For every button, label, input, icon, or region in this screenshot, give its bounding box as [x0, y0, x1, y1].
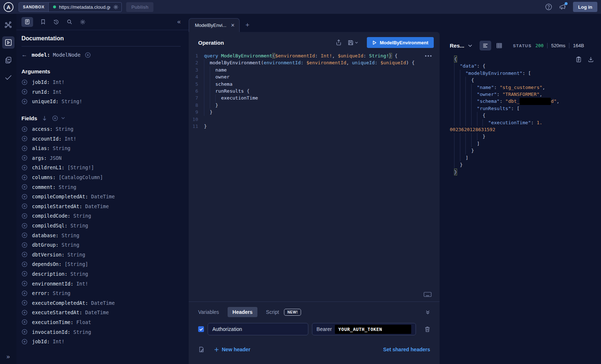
docs-tab-icon[interactable]: [21, 17, 33, 27]
set-shared-headers-button[interactable]: Set shared headers: [383, 347, 430, 352]
collapse-doc-panel-icon[interactable]: «: [177, 18, 181, 25]
close-tab-icon[interactable]: ✕: [231, 23, 235, 28]
table-view-icon[interactable]: [493, 41, 505, 50]
add-field-icon[interactable]: [21, 242, 28, 248]
field-type[interactable]: JSON: [50, 155, 62, 161]
announcements-megaphone-icon[interactable]: [559, 3, 566, 11]
field-name[interactable]: args:: [32, 155, 47, 161]
help-icon[interactable]: [545, 3, 552, 11]
field-name[interactable]: dbtGroup:: [32, 242, 59, 248]
add-field-icon[interactable]: [21, 89, 28, 95]
field-name[interactable]: alias:: [32, 145, 50, 151]
field-name[interactable]: jobId:: [32, 79, 50, 85]
add-field-icon[interactable]: [21, 194, 28, 200]
field-type[interactable]: String: [61, 232, 79, 238]
collapse-drawer-icon[interactable]: [425, 310, 430, 315]
field-type[interactable]: Int!: [53, 79, 65, 85]
field-name[interactable]: invocationId:: [32, 329, 71, 335]
field-type[interactable]: DateTime: [91, 300, 115, 306]
field-name[interactable]: accountId:: [32, 136, 61, 142]
add-field-icon[interactable]: [21, 310, 28, 316]
field-type[interactable]: DateTime: [85, 310, 109, 315]
field-type[interactable]: Float: [76, 319, 91, 325]
add-field-icon[interactable]: [21, 223, 28, 229]
endpoint-url-text[interactable]: https://metadata.cloud.getd: [59, 4, 110, 10]
field-name[interactable]: runId:: [32, 89, 50, 95]
add-field-icon[interactable]: [21, 300, 28, 306]
breadcrumb-type-link[interactable]: ModelNode: [53, 52, 81, 58]
field-type[interactable]: Int!: [64, 136, 76, 142]
header-name-input[interactable]: Authorization: [208, 323, 308, 335]
run-operation-button[interactable]: ModelByEnvironment: [367, 37, 434, 48]
field-type[interactable]: String: [68, 252, 85, 258]
add-all-fields-icon[interactable]: [85, 52, 91, 58]
field-name[interactable]: error:: [32, 290, 50, 296]
raw-view-icon[interactable]: [480, 41, 491, 50]
field-name[interactable]: compileCompletedAt:: [32, 194, 88, 199]
field-name[interactable]: dbtVersion:: [32, 252, 64, 258]
field-name[interactable]: compiledCode:: [32, 213, 71, 219]
edit-document-icon[interactable]: [198, 346, 205, 353]
bookmarks-tab-icon[interactable]: [40, 19, 46, 25]
fields-options-chevron-icon[interactable]: [61, 117, 65, 120]
add-field-icon[interactable]: [21, 174, 28, 181]
field-type[interactable]: DateTime: [91, 194, 115, 199]
add-field-icon[interactable]: [21, 290, 28, 296]
response-dropdown-chevron-icon[interactable]: [468, 44, 472, 47]
sort-fields-icon[interactable]: [42, 116, 47, 121]
operation-tab[interactable]: ModelByEnvi... ✕: [189, 18, 240, 32]
expand-rail-icon[interactable]: »: [7, 353, 10, 360]
field-name[interactable]: environmentId:: [32, 281, 73, 287]
field-type[interactable]: Int: [53, 89, 61, 95]
field-name[interactable]: access:: [32, 126, 53, 132]
field-type[interactable]: String: [61, 242, 79, 248]
field-type[interactable]: Int!: [53, 339, 65, 344]
field-name[interactable]: jobId:: [32, 339, 50, 344]
field-type[interactable]: Int!: [76, 281, 88, 287]
add-field-icon[interactable]: [21, 232, 28, 238]
editor-overflow-menu-icon[interactable]: [425, 55, 432, 57]
field-name[interactable]: executeStartedAt:: [32, 310, 82, 315]
field-type[interactable]: [String]: [64, 261, 88, 267]
field-name[interactable]: description:: [32, 271, 68, 277]
field-type[interactable]: String: [73, 329, 91, 335]
save-operation-icon[interactable]: [348, 40, 358, 46]
login-button[interactable]: Log in: [573, 2, 597, 12]
add-field-icon[interactable]: [21, 165, 28, 171]
field-type[interactable]: [String!]: [68, 165, 94, 170]
delete-header-icon[interactable]: [425, 326, 430, 332]
add-field-icon[interactable]: [21, 280, 28, 287]
add-field-icon[interactable]: [21, 136, 28, 142]
add-field-icon[interactable]: [21, 203, 28, 209]
endpoint-url-field[interactable]: https://metadata.cloud.getd: [49, 4, 121, 10]
field-name[interactable]: childrenL1:: [32, 165, 64, 170]
copy-response-icon[interactable]: [576, 56, 581, 64]
add-field-icon[interactable]: [21, 145, 28, 151]
nav-checks-icon[interactable]: [2, 71, 15, 84]
share-operation-icon[interactable]: [336, 39, 342, 46]
add-field-icon[interactable]: [21, 79, 28, 85]
field-type[interactable]: String: [53, 290, 71, 296]
field-type[interactable]: DateTime: [85, 203, 109, 209]
new-tab-icon[interactable]: +: [245, 21, 249, 29]
field-type[interactable]: String: [56, 126, 73, 132]
add-field-icon[interactable]: [21, 251, 28, 258]
keyboard-shortcuts-icon[interactable]: [424, 292, 432, 297]
add-field-icon[interactable]: [21, 261, 28, 267]
add-field-icon[interactable]: [21, 271, 28, 277]
add-fields-icon[interactable]: [52, 115, 58, 121]
add-field-icon[interactable]: [21, 329, 28, 335]
add-field-icon[interactable]: [21, 184, 28, 190]
field-name[interactable]: uniqueId:: [32, 98, 59, 104]
tab-variables[interactable]: Variables: [198, 309, 219, 315]
header-enabled-checkbox[interactable]: [198, 326, 204, 332]
field-type[interactable]: String: [71, 271, 88, 277]
add-field-icon[interactable]: [21, 319, 28, 325]
add-field-icon[interactable]: [21, 98, 28, 105]
history-tab-icon[interactable]: [53, 19, 59, 25]
field-type[interactable]: String: [59, 184, 76, 190]
field-name[interactable]: executeCompletedAt:: [32, 300, 88, 306]
header-value-input[interactable]: Bearer YOUR_AUTH_TOKEN: [312, 323, 416, 335]
publish-button[interactable]: Publish: [126, 2, 153, 12]
field-name[interactable]: columns:: [32, 174, 56, 180]
